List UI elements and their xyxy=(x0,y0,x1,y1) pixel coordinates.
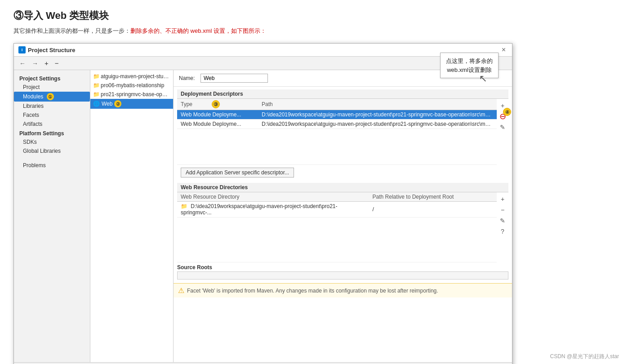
resource-side-buttons: + − ✎ ? xyxy=(497,192,508,262)
resource-table-container: Web Resource Directory Path Relative to … xyxy=(177,192,497,262)
web-resource-section: Web Resource Directory Path Relative to … xyxy=(177,192,508,262)
type-badge: ③ xyxy=(212,100,220,108)
toolbar-remove-button[interactable]: − xyxy=(53,58,61,68)
project-settings-label: Project Settings xyxy=(14,74,90,83)
dialog-title: I Project Structure xyxy=(18,46,75,53)
source-roots-section: Source Roots xyxy=(177,262,508,280)
tree-item-atguigu[interactable]: 📁atguigu-maven-project-student xyxy=(90,72,173,81)
row1-type: Web Module Deployme... xyxy=(177,110,258,120)
sidebar-item-facets[interactable]: Facets xyxy=(14,111,90,120)
warning-bar: ⚠ Facet 'Web' is imported from Maven. An… xyxy=(174,283,512,297)
resource-remove-button[interactable]: − xyxy=(498,205,508,215)
deployment-descriptors-header: Deployment Descriptors xyxy=(177,89,508,99)
tree-item-web[interactable]: 🌐 Web ② xyxy=(90,99,173,109)
sidebar-item-problems[interactable]: Problems xyxy=(14,161,90,170)
sidebar-item-project[interactable]: Project xyxy=(14,83,90,92)
remove-badge: ④ xyxy=(503,108,511,116)
resource-path-cell: / xyxy=(369,202,497,218)
row2-type: Web Module Deployme... xyxy=(177,120,258,129)
name-input[interactable] xyxy=(200,74,268,83)
descriptor-table: Type ③ Path Web Module Deployme... xyxy=(177,99,497,165)
dialog-titlebar: I Project Structure × xyxy=(14,44,512,57)
callout-box: 点这里，将多余的web.xml设置删除 xyxy=(440,53,499,78)
resource-dir-cell: 📁 D:\idea2019workspace\atguigu-maven-pro… xyxy=(177,202,369,218)
project-structure-dialog: I Project Structure × ← → + − Project Se… xyxy=(13,43,512,364)
name-label: Name: xyxy=(179,75,197,81)
sidebar-item-modules[interactable]: Modules ① xyxy=(14,92,90,102)
source-roots-label: Source Roots xyxy=(177,262,508,271)
callout-text: 点这里，将多余的web.xml设置删除 xyxy=(446,58,493,73)
resource-table: Web Resource Directory Path Relative to … xyxy=(177,192,497,262)
callout-arrow: ↙ xyxy=(477,75,489,83)
add-app-server-row: Add Application Server specific descript… xyxy=(177,165,508,180)
page-subtitle: 其它操作和上面演示的都一样，只是多一步：删除多余的、不正确的 web.xml 设… xyxy=(13,27,615,35)
deployment-descriptors-section: Type ③ Path Web Module Deployme... xyxy=(177,99,508,165)
modules-badge: ① xyxy=(47,93,54,100)
warning-icon: ⚠ xyxy=(178,286,184,295)
add-app-server-button[interactable]: Add Application Server specific descript… xyxy=(181,168,294,178)
module-tree: 📁atguigu-maven-project-student 📁pro06-my… xyxy=(90,70,174,362)
descriptor-remove-button[interactable]: ⊖ ④ xyxy=(498,111,508,121)
csdn-footer: CSDN @星光下的赶路人star xyxy=(550,353,619,360)
intellij-icon: I xyxy=(18,46,26,53)
folder-small-icon: 📁 xyxy=(181,203,187,209)
web-resource-header: Web Resource Directories xyxy=(177,183,508,192)
sidebar: Project Settings Project Modules ① Libra… xyxy=(14,70,90,362)
resource-path-header: Path Relative to Deployment Root xyxy=(369,192,497,202)
sidebar-item-artifacts[interactable]: Artifacts xyxy=(14,120,90,129)
web-icon: 🌐 xyxy=(93,101,100,107)
resource-edit-button[interactable]: ✎ xyxy=(498,216,508,226)
tree-item-pro06[interactable]: 📁pro06-mybatis-relationship xyxy=(90,81,173,90)
close-button[interactable]: × xyxy=(500,46,508,54)
type-column-header: Type ③ xyxy=(177,99,258,110)
descriptor-table-container: Type ③ Path Web Module Deployme... xyxy=(177,99,497,165)
forward-button[interactable]: → xyxy=(30,59,40,68)
table-row[interactable]: Web Module Deployme... D:\idea2019worksp… xyxy=(177,110,497,120)
sidebar-item-global-libraries[interactable]: Global Libraries xyxy=(14,146,90,155)
row2-path: D:\idea2019workspace\atguigu-maven-proje… xyxy=(258,120,497,129)
dialog-body: Project Settings Project Modules ① Libra… xyxy=(14,70,512,362)
back-button[interactable]: ← xyxy=(18,59,27,68)
dialog-toolbar: ← → + − xyxy=(14,57,512,70)
page-title: ③导入 Web 类型模块 xyxy=(13,9,615,22)
path-column-header: Path xyxy=(258,99,497,110)
resource-help-button[interactable]: ? xyxy=(498,226,508,236)
dialog-footer: ? OK Cancel Apply xyxy=(14,362,512,364)
toolbar-add-button[interactable]: + xyxy=(43,58,50,68)
tree-item-pro21[interactable]: 📁pro21-springmvc-base-operation xyxy=(90,90,173,99)
row1-path: D:\idea2019workspace\atguigu-maven-proje… xyxy=(258,110,497,120)
sidebar-item-sdks[interactable]: SDKs xyxy=(14,138,90,146)
platform-settings-label: Platform Settings xyxy=(14,129,90,138)
sidebar-item-libraries[interactable]: Libraries xyxy=(14,102,90,111)
descriptor-edit-button[interactable]: ✎ xyxy=(498,122,508,132)
folder-icon: 📁 xyxy=(93,73,99,79)
web-badge: ② xyxy=(114,100,121,107)
main-panel: Name: Deployment Descriptors Type xyxy=(174,70,512,362)
table-row[interactable]: Web Module Deployme... D:\idea2019worksp… xyxy=(177,120,497,129)
folder-icon: 📁 xyxy=(93,91,99,97)
source-roots-bar xyxy=(177,271,508,280)
folder-icon: 📁 xyxy=(93,82,99,88)
descriptor-side-buttons: + ⊖ ④ ✎ xyxy=(497,99,508,165)
resource-add-button[interactable]: + xyxy=(498,194,508,204)
resource-dir-header: Web Resource Directory xyxy=(177,192,369,202)
warning-text: Facet 'Web' is imported from Maven. Any … xyxy=(187,288,438,294)
table-row[interactable]: 📁 D:\idea2019workspace\atguigu-maven-pro… xyxy=(177,202,497,218)
